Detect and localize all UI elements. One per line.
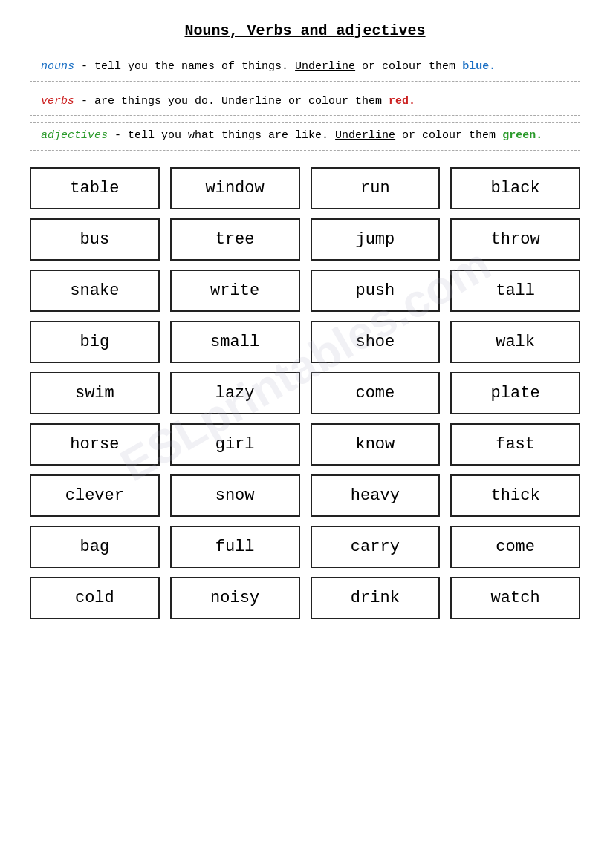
verbs-def-box: verbs - are things you do. Underline or …: [30, 88, 580, 117]
word-box-3: black: [450, 167, 580, 209]
nouns-def-underline: Underline: [295, 60, 355, 73]
word-box-24: clever: [30, 474, 160, 517]
word-box-9: write: [170, 270, 300, 312]
word-box-20: horse: [30, 423, 160, 466]
adjectives-def-box: adjectives - tell you what things are li…: [30, 122, 580, 151]
word-box-14: shoe: [311, 321, 441, 363]
word-grid: tablewindowrunblackbustreejumpthrowsnake…: [30, 167, 580, 619]
word-box-11: tall: [450, 270, 580, 312]
nouns-def-color-word: blue.: [462, 60, 496, 73]
word-box-4: bus: [30, 218, 160, 261]
word-box-18: come: [311, 372, 441, 414]
word-box-1: window: [170, 167, 300, 209]
word-box-34: drink: [311, 577, 441, 619]
word-box-13: small: [170, 321, 300, 363]
word-box-5: tree: [170, 218, 300, 261]
page-title: Nouns, Verbs and adjectives: [30, 22, 580, 39]
word-box-19: plate: [450, 372, 580, 414]
adjectives-def-color-word: green.: [502, 129, 542, 142]
word-box-32: cold: [30, 577, 160, 619]
word-box-29: full: [170, 526, 300, 568]
word-box-15: walk: [450, 321, 580, 363]
word-box-27: thick: [450, 474, 580, 517]
adjectives-def-word: adjectives: [41, 129, 108, 142]
word-box-35: watch: [450, 577, 580, 619]
word-box-26: heavy: [311, 474, 441, 517]
word-box-17: lazy: [170, 372, 300, 414]
word-box-21: girl: [170, 423, 300, 466]
word-box-16: swim: [30, 372, 160, 414]
nouns-def-box: nouns - tell you the names of things. Un…: [30, 53, 580, 82]
word-box-6: jump: [311, 218, 441, 261]
word-box-8: snake: [30, 270, 160, 312]
word-box-28: bag: [30, 526, 160, 568]
nouns-def-word: nouns: [41, 60, 74, 73]
word-box-31: come: [450, 526, 580, 568]
word-box-0: table: [30, 167, 160, 209]
word-box-25: snow: [170, 474, 300, 517]
word-box-2: run: [311, 167, 441, 209]
word-box-30: carry: [311, 526, 441, 568]
verbs-def-underline: Underline: [221, 95, 282, 108]
word-box-12: big: [30, 321, 160, 363]
word-box-10: push: [311, 270, 441, 312]
word-box-23: fast: [450, 423, 580, 466]
word-box-33: noisy: [170, 577, 300, 619]
word-box-22: know: [311, 423, 441, 466]
verbs-def-word: verbs: [41, 95, 74, 108]
adjectives-def-underline: Underline: [335, 129, 395, 142]
verbs-def-color-word: red.: [389, 95, 415, 108]
word-box-7: throw: [450, 218, 580, 261]
